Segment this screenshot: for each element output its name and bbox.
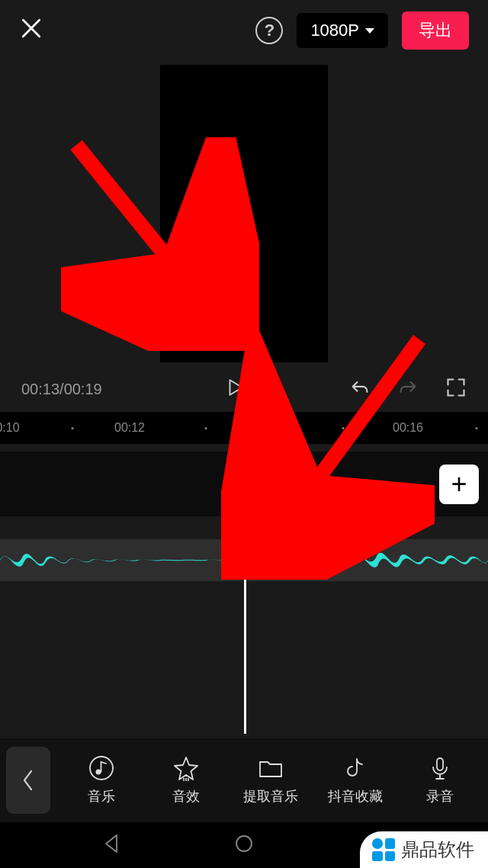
tool-label: 提取音乐 bbox=[243, 787, 298, 805]
ruler-tick: 00:14 bbox=[255, 421, 286, 435]
close-button[interactable] bbox=[19, 16, 43, 45]
video-preview[interactable] bbox=[160, 65, 328, 362]
ruler-dot bbox=[342, 427, 345, 429]
add-clip-button[interactable]: + bbox=[439, 465, 479, 504]
tool-music[interactable]: 音乐 bbox=[59, 755, 144, 805]
tool-label: 音乐 bbox=[88, 787, 115, 805]
playback-bar: 00:13/00:19 bbox=[0, 366, 488, 412]
tool-extract-music[interactable]: 提取音乐 bbox=[229, 755, 313, 805]
redo-button[interactable] bbox=[397, 377, 419, 401]
timeline-area[interactable]: + bbox=[0, 452, 488, 734]
svg-point-5 bbox=[236, 836, 252, 851]
ruler-tick: 00:12 bbox=[114, 421, 145, 435]
tool-sound-effect[interactable]: 音效 bbox=[144, 755, 229, 805]
star-icon bbox=[173, 755, 199, 781]
tool-label: 录音 bbox=[426, 787, 454, 805]
svg-point-3 bbox=[96, 770, 101, 775]
tool-label: 音效 bbox=[172, 787, 200, 805]
help-button[interactable]: ? bbox=[255, 17, 283, 44]
folder-icon bbox=[258, 755, 284, 781]
export-button[interactable]: 导出 bbox=[402, 11, 469, 50]
tool-label: 抖音收藏 bbox=[328, 787, 383, 805]
resolution-selector[interactable]: 1080P bbox=[297, 13, 388, 48]
nav-home-button[interactable] bbox=[233, 833, 255, 857]
top-bar: ? 1080P 导出 bbox=[0, 0, 488, 61]
video-preview-area bbox=[0, 61, 488, 366]
tool-douyin-favorites[interactable]: 抖音收藏 bbox=[313, 755, 397, 805]
fullscreen-button[interactable] bbox=[445, 377, 467, 401]
bottom-toolbar: 音乐 音效 提取音乐 抖音收藏 录音 bbox=[0, 738, 488, 822]
watermark-text: 鼎品软件 bbox=[401, 837, 474, 862]
watermark-logo-icon bbox=[372, 838, 395, 861]
undo-button[interactable] bbox=[349, 377, 371, 401]
svg-rect-4 bbox=[437, 758, 443, 770]
timeline-ruler[interactable]: 0:10 00:12 00:14 00:16 bbox=[0, 412, 488, 444]
nav-back-button[interactable] bbox=[101, 833, 123, 857]
playhead[interactable] bbox=[244, 452, 246, 734]
music-note-icon bbox=[88, 755, 114, 781]
mic-icon bbox=[427, 755, 453, 781]
chevron-down-icon bbox=[365, 28, 374, 34]
ruler-dot bbox=[476, 427, 478, 429]
tool-record[interactable]: 录音 bbox=[397, 755, 482, 805]
watermark: 鼎品软件 bbox=[360, 831, 488, 868]
ruler-dot bbox=[205, 427, 207, 429]
play-button[interactable] bbox=[206, 378, 245, 400]
ruler-tick: 00:16 bbox=[393, 421, 423, 435]
time-display: 00:13/00:19 bbox=[21, 381, 102, 398]
toolbar-back-button[interactable] bbox=[6, 747, 50, 814]
ruler-dot bbox=[72, 427, 74, 429]
resolution-label: 1080P bbox=[310, 21, 359, 40]
ruler-tick: 0:10 bbox=[0, 421, 20, 435]
douyin-icon bbox=[342, 755, 368, 781]
